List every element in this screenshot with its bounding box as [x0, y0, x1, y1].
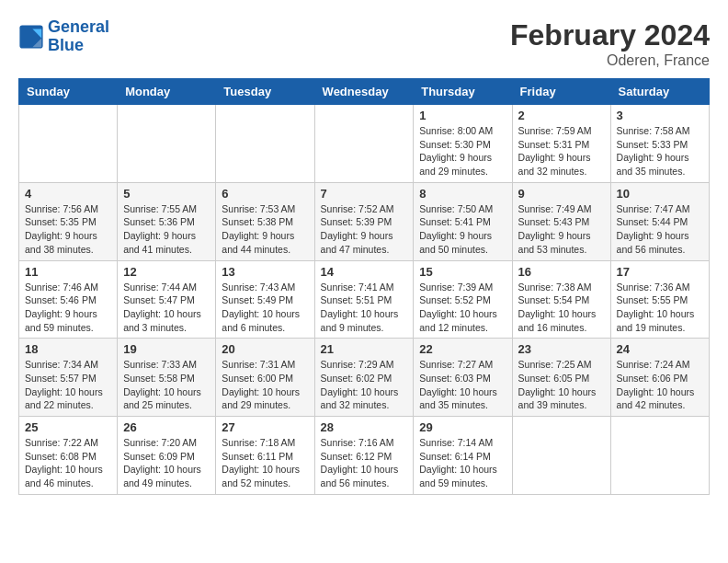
day-info: Sunrise: 7:49 AM Sunset: 5:43 PM Dayligh… [518, 202, 605, 257]
day-cell: 23Sunrise: 7:25 AM Sunset: 6:05 PM Dayli… [512, 339, 610, 417]
day-number: 5 [123, 187, 210, 201]
day-info: Sunrise: 7:50 AM Sunset: 5:41 PM Dayligh… [419, 202, 506, 257]
day-number: 18 [25, 342, 111, 356]
day-cell: 17Sunrise: 7:36 AM Sunset: 5:55 PM Dayli… [610, 260, 709, 339]
day-cell [19, 105, 118, 183]
day-info: Sunrise: 7:56 AM Sunset: 5:35 PM Dayligh… [25, 202, 111, 257]
calendar-table: SundayMondayTuesdayWednesdayThursdayFrid… [18, 78, 710, 495]
logo-line2: Blue [48, 36, 84, 54]
day-cell: 18Sunrise: 7:34 AM Sunset: 5:57 PM Dayli… [19, 339, 118, 417]
title-block: February 2024 Oderen, France [510, 18, 710, 69]
logo: General Blue [18, 18, 109, 55]
day-number: 7 [321, 187, 408, 201]
day-cell: 9Sunrise: 7:49 AM Sunset: 5:43 PM Daylig… [512, 182, 610, 260]
day-info: Sunrise: 7:14 AM Sunset: 6:14 PM Dayligh… [419, 436, 506, 490]
day-info: Sunrise: 7:58 AM Sunset: 5:33 PM Dayligh… [617, 124, 703, 178]
day-number: 10 [617, 187, 703, 201]
day-number: 19 [123, 342, 210, 356]
day-number: 14 [321, 265, 408, 279]
week-row-3: 11Sunrise: 7:46 AM Sunset: 5:46 PM Dayli… [19, 260, 710, 339]
week-row-4: 18Sunrise: 7:34 AM Sunset: 5:57 PM Dayli… [19, 339, 710, 417]
day-info: Sunrise: 7:46 AM Sunset: 5:46 PM Dayligh… [25, 281, 111, 335]
day-number: 20 [222, 342, 308, 356]
day-cell: 6Sunrise: 7:53 AM Sunset: 5:38 PM Daylig… [216, 182, 314, 260]
day-info: Sunrise: 7:34 AM Sunset: 5:57 PM Dayligh… [25, 358, 111, 412]
day-cell: 2Sunrise: 7:59 AM Sunset: 5:31 PM Daylig… [512, 105, 610, 183]
day-cell [118, 105, 216, 183]
day-number: 23 [518, 342, 605, 356]
day-info: Sunrise: 7:22 AM Sunset: 6:08 PM Dayligh… [25, 436, 111, 490]
weekday-header-tuesday: Tuesday [216, 79, 314, 105]
day-number: 4 [25, 187, 111, 201]
day-cell [610, 417, 709, 495]
day-cell: 1Sunrise: 8:00 AM Sunset: 5:30 PM Daylig… [414, 105, 512, 183]
day-cell: 22Sunrise: 7:27 AM Sunset: 6:03 PM Dayli… [414, 339, 512, 417]
day-cell: 20Sunrise: 7:31 AM Sunset: 6:00 PM Dayli… [216, 339, 314, 417]
day-info: Sunrise: 7:38 AM Sunset: 5:54 PM Dayligh… [518, 281, 605, 335]
day-number: 22 [419, 342, 506, 356]
day-number: 11 [25, 265, 111, 279]
day-cell: 11Sunrise: 7:46 AM Sunset: 5:46 PM Dayli… [19, 260, 118, 339]
day-number: 27 [222, 420, 308, 434]
day-cell: 16Sunrise: 7:38 AM Sunset: 5:54 PM Dayli… [512, 260, 610, 339]
day-info: Sunrise: 7:16 AM Sunset: 6:12 PM Dayligh… [321, 436, 408, 490]
day-number: 26 [123, 420, 210, 434]
day-info: Sunrise: 7:53 AM Sunset: 5:38 PM Dayligh… [222, 202, 308, 257]
day-info: Sunrise: 7:31 AM Sunset: 6:00 PM Dayligh… [222, 358, 308, 412]
day-cell: 25Sunrise: 7:22 AM Sunset: 6:08 PM Dayli… [19, 417, 118, 495]
day-number: 28 [321, 420, 408, 434]
weekday-header-thursday: Thursday [414, 79, 512, 105]
weekday-header-wednesday: Wednesday [314, 79, 414, 105]
day-cell: 24Sunrise: 7:24 AM Sunset: 6:06 PM Dayli… [610, 339, 709, 417]
day-cell [216, 105, 314, 183]
day-number: 3 [617, 109, 703, 122]
logo-text: General Blue [48, 18, 109, 55]
day-cell: 13Sunrise: 7:43 AM Sunset: 5:49 PM Dayli… [216, 260, 314, 339]
day-cell [512, 417, 610, 495]
weekday-header-friday: Friday [512, 79, 610, 105]
day-cell: 8Sunrise: 7:50 AM Sunset: 5:41 PM Daylig… [414, 182, 512, 260]
week-row-5: 25Sunrise: 7:22 AM Sunset: 6:08 PM Dayli… [19, 417, 710, 495]
day-cell: 7Sunrise: 7:52 AM Sunset: 5:39 PM Daylig… [314, 182, 414, 260]
day-info: Sunrise: 7:43 AM Sunset: 5:49 PM Dayligh… [222, 281, 308, 335]
day-info: Sunrise: 7:39 AM Sunset: 5:52 PM Dayligh… [419, 281, 506, 335]
day-cell: 26Sunrise: 7:20 AM Sunset: 6:09 PM Dayli… [118, 417, 216, 495]
day-number: 6 [222, 187, 308, 201]
day-number: 21 [321, 342, 408, 356]
day-info: Sunrise: 7:55 AM Sunset: 5:36 PM Dayligh… [123, 202, 210, 257]
day-number: 9 [518, 187, 605, 201]
day-info: Sunrise: 7:52 AM Sunset: 5:39 PM Dayligh… [321, 202, 408, 257]
day-cell: 3Sunrise: 7:58 AM Sunset: 5:33 PM Daylig… [610, 105, 709, 183]
weekday-header-saturday: Saturday [610, 79, 709, 105]
day-cell: 5Sunrise: 7:55 AM Sunset: 5:36 PM Daylig… [118, 182, 216, 260]
day-number: 8 [419, 187, 506, 201]
logo-line1: General [48, 17, 109, 36]
month-year: February 2024 [510, 18, 710, 52]
day-number: 12 [123, 265, 210, 279]
day-cell: 28Sunrise: 7:16 AM Sunset: 6:12 PM Dayli… [314, 417, 414, 495]
logo-icon [18, 24, 44, 50]
day-info: Sunrise: 7:44 AM Sunset: 5:47 PM Dayligh… [123, 281, 210, 335]
day-info: Sunrise: 8:00 AM Sunset: 5:30 PM Dayligh… [419, 124, 506, 178]
day-cell: 21Sunrise: 7:29 AM Sunset: 6:02 PM Dayli… [314, 339, 414, 417]
day-info: Sunrise: 7:20 AM Sunset: 6:09 PM Dayligh… [123, 436, 210, 490]
day-number: 15 [419, 265, 506, 279]
day-number: 17 [617, 265, 703, 279]
day-cell [314, 105, 414, 183]
location: Oderen, France [510, 52, 710, 69]
day-number: 1 [419, 109, 506, 122]
day-info: Sunrise: 7:47 AM Sunset: 5:44 PM Dayligh… [617, 202, 703, 257]
day-info: Sunrise: 7:25 AM Sunset: 6:05 PM Dayligh… [518, 358, 605, 412]
day-info: Sunrise: 7:29 AM Sunset: 6:02 PM Dayligh… [321, 358, 408, 412]
day-info: Sunrise: 7:18 AM Sunset: 6:11 PM Dayligh… [222, 436, 308, 490]
day-cell: 15Sunrise: 7:39 AM Sunset: 5:52 PM Dayli… [414, 260, 512, 339]
day-cell: 4Sunrise: 7:56 AM Sunset: 5:35 PM Daylig… [19, 182, 118, 260]
day-number: 13 [222, 265, 308, 279]
day-number: 25 [25, 420, 111, 434]
day-number: 24 [617, 342, 703, 356]
day-cell: 10Sunrise: 7:47 AM Sunset: 5:44 PM Dayli… [610, 182, 709, 260]
week-row-2: 4Sunrise: 7:56 AM Sunset: 5:35 PM Daylig… [19, 182, 710, 260]
day-number: 2 [518, 109, 605, 122]
day-cell: 14Sunrise: 7:41 AM Sunset: 5:51 PM Dayli… [314, 260, 414, 339]
weekday-header-sunday: Sunday [19, 79, 118, 105]
